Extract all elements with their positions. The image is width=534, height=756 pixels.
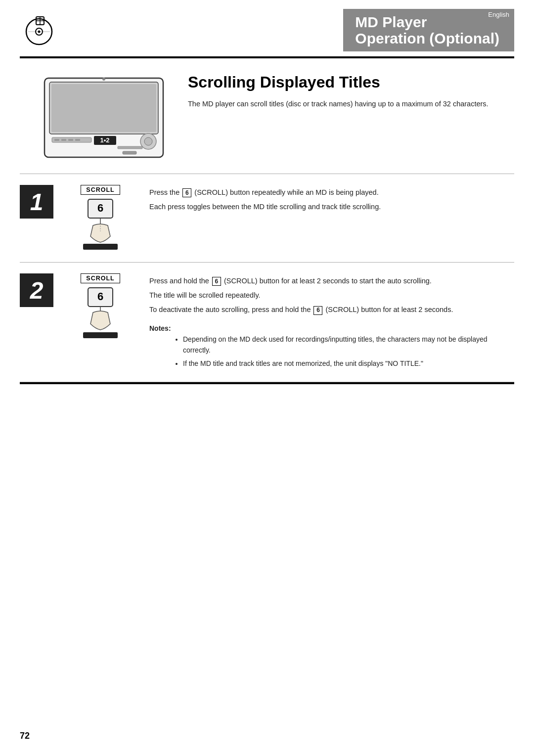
device-image: 1•2 [40, 68, 168, 169]
step-row-1: 1 SCROLL 6 Press the 6 (SCROLL) button r… [20, 174, 514, 263]
step-number-2: 2 [20, 273, 53, 307]
step-row-2: 2 SCROLL 6 Press and hold the 6 (SCROLL)… [20, 263, 514, 382]
svg-text:6: 6 [97, 202, 103, 214]
notes-list: Depending on the MD deck used for record… [183, 334, 514, 369]
step-2-text: Press and hold the 6 (SCROLL) button for… [149, 273, 514, 371]
svg-text:6: 6 [97, 290, 103, 303]
svg-rect-13 [54, 139, 59, 141]
svg-rect-9 [51, 84, 156, 132]
svg-point-18 [144, 137, 152, 145]
svg-rect-26 [83, 244, 118, 250]
button-6-ref-1: 6 [182, 188, 191, 197]
scroll-diagram-1: SCROLL 6 [68, 185, 133, 251]
language-label: English [488, 11, 509, 18]
header-title: MD Player Operation (Optional) [355, 14, 499, 46]
section-title: Scrolling Displayed Titles [188, 73, 494, 91]
scroll-label-1: SCROLL [81, 185, 120, 195]
svg-point-21 [102, 78, 105, 81]
notes-item-1: Depending on the MD deck used for record… [183, 334, 514, 356]
section-description: The MD player can scroll titles (disc or… [188, 98, 494, 109]
svg-rect-16 [75, 139, 80, 141]
steps-area: 1 SCROLL 6 Press the 6 (SCROLL) button r… [20, 174, 514, 382]
notes-block: Notes: Depending on the MD deck used for… [149, 323, 514, 369]
logo [20, 10, 64, 50]
header-title-block: English MD Player Operation (Optional) [343, 9, 514, 51]
intro-section: 1•2 Scrolling Displayed Titles The MD pl… [20, 58, 514, 174]
svg-rect-15 [68, 139, 73, 141]
step-2-para-2: The title will be scrolled repeatedly. [149, 290, 514, 301]
intro-text-block: Scrolling Displayed Titles The MD player… [188, 68, 494, 109]
page-header: English MD Player Operation (Optional) [0, 0, 534, 51]
svg-rect-19 [118, 146, 142, 149]
scroll-diagram-2: SCROLL 6 [68, 273, 133, 340]
device-illustration: 1•2 [40, 68, 168, 167]
bottom-divider [20, 382, 514, 384]
step-1-text: Press the 6 (SCROLL) button repeatedly w… [149, 185, 514, 213]
svg-rect-14 [61, 139, 66, 141]
step-2-para-3: To deactivate the auto scrolling, press … [149, 304, 514, 315]
page-number: 72 [20, 731, 30, 741]
scroll-label-2: SCROLL [81, 273, 120, 283]
scroll-button-svg-2: 6 [78, 285, 123, 340]
step-1-para-2: Each press toggles between the MD title … [149, 201, 514, 213]
button-6-ref-2b: 6 [313, 306, 322, 315]
step-2-para-1: Press and hold the 6 (SCROLL) button for… [149, 275, 514, 287]
step-1-para-1: Press the 6 (SCROLL) button repeatedly w… [149, 187, 514, 198]
step-number-1: 1 [20, 185, 53, 219]
svg-text:1•2: 1•2 [100, 136, 109, 144]
svg-rect-20 [123, 151, 136, 154]
notes-item-2: If the MD title and track titles are not… [183, 358, 514, 369]
button-6-ref-2a: 6 [212, 277, 221, 286]
logo-icon [22, 13, 62, 47]
scroll-button-svg-1: 6 [78, 197, 123, 251]
notes-label: Notes: [149, 324, 171, 332]
svg-rect-30 [83, 332, 118, 338]
